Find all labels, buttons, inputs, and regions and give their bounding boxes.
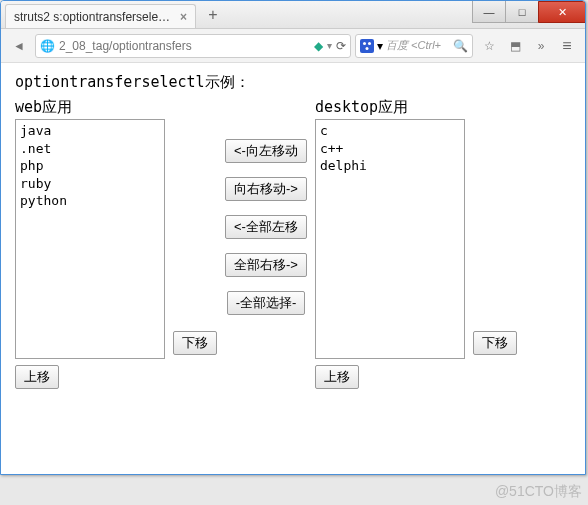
list-item[interactable]: delphi (320, 157, 460, 175)
transfer-select: web应用 java.netphprubypython 上移 下移 <-向左移动… (15, 98, 571, 389)
list-item[interactable]: java (20, 122, 160, 140)
move-all-left-button[interactable]: <-全部左移 (225, 215, 307, 239)
address-toolbar: ◄ 🌐 2_08_tag/optiontransfers ◆ ▾ ⟳ ▾ 百度 … (1, 29, 585, 63)
overflow-button[interactable]: » (529, 34, 553, 58)
left-block: web应用 java.netphprubypython 上移 (15, 98, 165, 389)
hamburger-icon: ≡ (562, 37, 571, 55)
watermark: @51CTO博客 (495, 483, 582, 501)
globe-icon: 🌐 (40, 39, 55, 53)
list-item[interactable]: ruby (20, 175, 160, 193)
window-titlebar: struts2 s:optiontransferselec... × + — □… (1, 1, 585, 29)
minimize-icon: — (484, 6, 495, 18)
back-button[interactable]: ◄ (7, 34, 31, 58)
downloads-button[interactable]: ⬒ (503, 34, 527, 58)
page-title: optiontransferselectl示例： (15, 73, 571, 92)
list-item[interactable]: php (20, 157, 160, 175)
right-down-col: 下移 (473, 117, 517, 357)
select-all-button[interactable]: -全部选择- (227, 291, 306, 315)
url-text: 2_08_tag/optiontransfers (59, 39, 310, 53)
left-up-button[interactable]: 上移 (15, 365, 59, 389)
mover-buttons: <-向左移动 向右移动-> <-全部左移 全部右移-> -全部选择- (225, 117, 307, 315)
search-engine-dropdown-icon[interactable]: ▾ (377, 39, 383, 53)
star-icon: ☆ (484, 39, 495, 53)
new-tab-button[interactable]: + (202, 4, 224, 26)
bookmark-button[interactable]: ☆ (477, 34, 501, 58)
baidu-icon (360, 39, 374, 53)
left-down-button[interactable]: 下移 (173, 331, 217, 355)
menu-button[interactable]: ≡ (555, 34, 579, 58)
url-box[interactable]: 🌐 2_08_tag/optiontransfers ◆ ▾ ⟳ (35, 34, 351, 58)
dropdown-icon[interactable]: ▾ (327, 40, 332, 51)
browser-window: struts2 s:optiontransferselec... × + — □… (0, 0, 586, 475)
tab-strip: struts2 s:optiontransferselec... × + (1, 1, 472, 28)
move-all-right-button[interactable]: 全部右移-> (225, 253, 307, 277)
minimize-button[interactable]: — (472, 1, 506, 23)
right-up-button[interactable]: 上移 (315, 365, 359, 389)
back-icon: ◄ (13, 39, 25, 53)
search-icon[interactable]: 🔍 (453, 39, 468, 53)
right-block: desktop应用 cc++delphi 上移 (315, 98, 465, 389)
close-icon: ✕ (558, 6, 567, 19)
list-item[interactable]: python (20, 192, 160, 210)
toolbar-right: ☆ ⬒ » ≡ (477, 34, 579, 58)
maximize-icon: □ (519, 6, 526, 18)
right-label: desktop应用 (315, 98, 465, 117)
browser-tab[interactable]: struts2 s:optiontransferselec... × (5, 4, 196, 28)
left-label: web应用 (15, 98, 165, 117)
shield-icon: ◆ (314, 39, 323, 53)
right-listbox[interactable]: cc++delphi (315, 119, 465, 359)
download-icon: ⬒ (510, 39, 521, 53)
right-down-button[interactable]: 下移 (473, 331, 517, 355)
search-placeholder: 百度 <Ctrl+ (386, 38, 450, 53)
move-left-button[interactable]: <-向左移动 (225, 139, 307, 163)
list-item[interactable]: c++ (320, 140, 460, 158)
search-box[interactable]: ▾ 百度 <Ctrl+ 🔍 (355, 34, 473, 58)
page-content: optiontransferselectl示例： web应用 java.netp… (1, 63, 585, 474)
close-button[interactable]: ✕ (538, 1, 586, 23)
left-listbox[interactable]: java.netphprubypython (15, 119, 165, 359)
list-item[interactable]: .net (20, 140, 160, 158)
window-controls: — □ ✕ (472, 1, 585, 28)
plus-icon: + (208, 6, 217, 24)
chevron-right-icon: » (538, 39, 545, 53)
tab-close-icon[interactable]: × (180, 10, 187, 24)
tab-title: struts2 s:optiontransferselec... (14, 10, 174, 24)
left-down-col: 下移 (173, 117, 217, 357)
reload-icon[interactable]: ⟳ (336, 39, 346, 53)
move-right-button[interactable]: 向右移动-> (225, 177, 307, 201)
list-item[interactable]: c (320, 122, 460, 140)
maximize-button[interactable]: □ (505, 1, 539, 23)
